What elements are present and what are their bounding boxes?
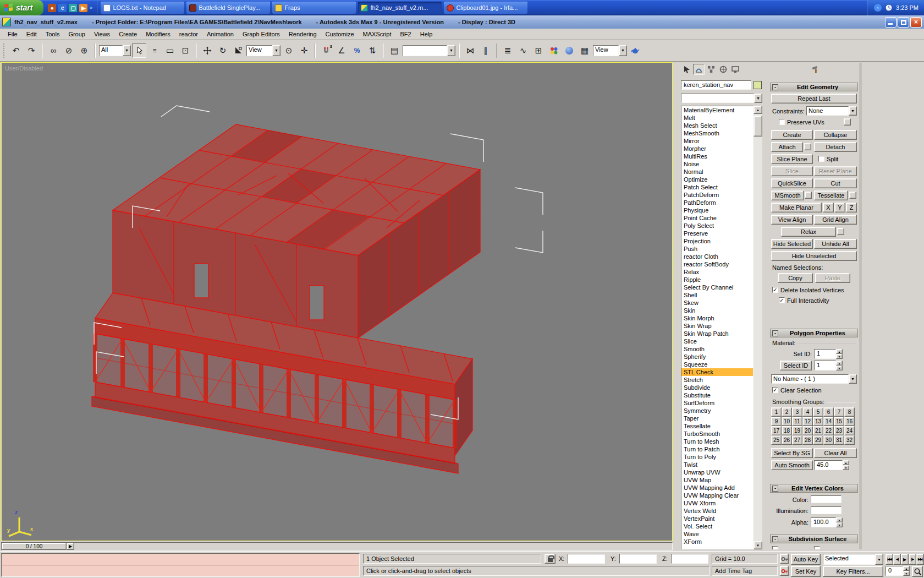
planar-x-button[interactable]: X xyxy=(823,203,834,212)
select-move-button[interactable] xyxy=(200,43,215,58)
set-key-mode-button[interactable] xyxy=(780,554,789,564)
taskbar-task-button[interactable]: fh2_nav_stuff_v2.m... xyxy=(358,2,442,14)
menu-item[interactable]: Graph Editors xyxy=(238,30,284,39)
panel-scroll-strip[interactable] xyxy=(859,63,862,549)
smoothing-group-button[interactable]: 27 xyxy=(792,435,802,445)
dropdown-arrow-icon[interactable]: ▼ xyxy=(849,106,857,116)
view-align-button[interactable]: View Align xyxy=(771,215,813,225)
repeat-last-button[interactable]: Repeat Last xyxy=(771,94,857,103)
modifier-list-item[interactable]: Spherify xyxy=(681,353,753,361)
rect-selection-region-button[interactable]: ▭ xyxy=(163,43,177,58)
smoothing-group-button[interactable]: 1 xyxy=(771,407,782,417)
minimize-button[interactable] xyxy=(885,17,897,28)
create-button[interactable]: Create xyxy=(771,130,813,140)
scroll-thumb[interactable] xyxy=(754,116,762,137)
time-slider-next-icon[interactable]: ▶ xyxy=(67,543,74,550)
detach-button[interactable]: Detach xyxy=(814,142,857,152)
grid-align-button[interactable]: Grid Align xyxy=(814,215,857,225)
smoothing-group-button[interactable]: 5 xyxy=(813,407,823,417)
selection-lock-button[interactable] xyxy=(544,554,556,564)
layer-manager-button[interactable]: ≣ xyxy=(501,43,515,58)
time-slider-track[interactable]: 0 / 100 ▶ xyxy=(1,542,673,550)
current-frame-field[interactable]: 0 xyxy=(886,566,903,576)
select-scale-button[interactable] xyxy=(231,43,245,58)
clear-all-button[interactable]: Clear All xyxy=(814,448,857,458)
modifier-list-item[interactable]: Vertex Weld xyxy=(681,507,753,515)
taskbar-task-button[interactable]: Clipboard01.jpg - Irfa... xyxy=(444,2,527,14)
menu-item[interactable]: File xyxy=(3,30,22,39)
select-link-icon[interactable]: ∞ xyxy=(46,43,61,58)
preserve-uvs-checkbox[interactable] xyxy=(779,119,785,125)
modifier-list-item[interactable]: Subdivide xyxy=(681,384,753,391)
material-editor-button[interactable] xyxy=(547,43,561,58)
go-to-start-button[interactable]: |◀◀ xyxy=(886,554,893,565)
modifier-list-item[interactable]: Preserve xyxy=(681,230,753,237)
media-player-icon[interactable]: ▶ xyxy=(79,4,87,12)
modifier-list-item[interactable]: PathDeform xyxy=(681,199,753,206)
app-shortcut-icon[interactable]: ● xyxy=(48,4,56,12)
modifier-list-item[interactable]: Mesh Select xyxy=(681,122,753,129)
smoothing-group-button[interactable]: 19 xyxy=(792,426,802,435)
modifier-list-item[interactable]: Optimize xyxy=(681,176,753,183)
perspective-viewport[interactable]: User/Disabled xyxy=(1,62,673,541)
modifier-list-item[interactable]: Substitute xyxy=(681,391,753,399)
constraints-dropdown[interactable]: None▼ xyxy=(806,106,857,116)
hide-unselected-button[interactable]: Hide Unselected xyxy=(771,251,857,261)
smoothing-group-button[interactable]: 4 xyxy=(802,407,813,417)
dropdown-arrow-icon[interactable]: ▼ xyxy=(754,94,762,103)
modifier-list-item[interactable]: Taper xyxy=(681,415,753,422)
menu-item[interactable]: Create xyxy=(114,30,141,39)
smoothing-group-button[interactable]: 26 xyxy=(782,435,792,445)
alpha-spinner[interactable]: ▲▼ xyxy=(836,517,843,527)
modifier-list-item[interactable]: MultiRes xyxy=(681,152,753,160)
taskbar-task-button[interactable]: LOGS.txt - Notepad xyxy=(101,2,184,14)
collapse-rollout-icon[interactable]: - xyxy=(772,330,778,336)
modifier-list-item[interactable]: TurboSmooth xyxy=(681,430,753,438)
menu-item[interactable]: Edit xyxy=(22,30,41,39)
menu-item[interactable]: BF2 xyxy=(396,30,416,39)
scroll-down-icon[interactable]: ▼ xyxy=(754,541,762,549)
modifier-list-item[interactable]: Poly Select xyxy=(681,222,753,230)
slice-plane-button[interactable]: Slice Plane xyxy=(771,154,813,164)
curve-editor-button[interactable]: ∿ xyxy=(516,43,530,58)
edit-named-selections-button[interactable]: ▤ xyxy=(387,43,402,58)
menu-item[interactable]: Views xyxy=(90,30,114,39)
planar-z-button[interactable]: Z xyxy=(846,203,857,212)
x-coordinate-field[interactable] xyxy=(568,554,605,564)
smoothing-group-button[interactable]: 18 xyxy=(782,426,792,435)
smoothing-group-button[interactable]: 23 xyxy=(834,426,844,435)
smoothing-group-button[interactable]: 2 xyxy=(782,407,792,417)
modifier-list-item[interactable]: Noise xyxy=(681,160,753,168)
quick-launch-chevron-icon[interactable]: » xyxy=(90,5,92,10)
modifier-list-item[interactable]: Tessellate xyxy=(681,422,753,430)
modifier-list-item[interactable]: Vol. Select xyxy=(681,522,753,530)
attach-button[interactable]: Attach xyxy=(771,142,803,152)
alpha-field[interactable]: 100.0 xyxy=(811,517,836,527)
unlink-icon[interactable]: ⊘ xyxy=(62,43,76,58)
smoothing-group-button[interactable]: 31 xyxy=(834,435,844,445)
relax-settings-button[interactable] xyxy=(837,228,844,235)
modifier-list-item[interactable]: Turn to Mesh xyxy=(681,438,753,445)
select-object-button[interactable] xyxy=(132,43,146,58)
mirror-button[interactable]: ⋈ xyxy=(463,43,477,58)
menu-item[interactable]: Group xyxy=(64,30,90,39)
select-id-spinner[interactable]: ▲▼ xyxy=(836,361,843,370)
modifier-list-item[interactable]: Normal xyxy=(681,168,753,176)
tessellate-settings-button[interactable] xyxy=(849,192,856,199)
cut-button[interactable]: Cut xyxy=(814,178,857,188)
tab-hierarchy[interactable] xyxy=(705,64,717,75)
collapse-rollout-icon[interactable]: - xyxy=(772,486,778,492)
auto-smooth-spinner[interactable]: ▲▼ xyxy=(843,460,849,470)
tab-create[interactable] xyxy=(681,64,692,75)
z-coordinate-field[interactable] xyxy=(671,554,708,564)
add-time-tag-field[interactable]: Add Time Tag xyxy=(712,566,778,576)
modifier-list-item[interactable]: Symmetry xyxy=(681,407,753,415)
smoothing-group-button[interactable]: 3 xyxy=(792,407,802,417)
slice-button[interactable]: Slice xyxy=(771,166,813,176)
smoothing-group-button[interactable]: 14 xyxy=(823,417,834,426)
delete-isolated-checkbox[interactable]: ✓ xyxy=(772,287,778,293)
modifier-list-item[interactable]: PatchDeform xyxy=(681,191,753,199)
scroll-up-icon[interactable]: ▲ xyxy=(754,106,762,114)
relax-button[interactable]: Relax xyxy=(781,227,836,237)
modifier-list-item[interactable]: Stretch xyxy=(681,376,753,384)
